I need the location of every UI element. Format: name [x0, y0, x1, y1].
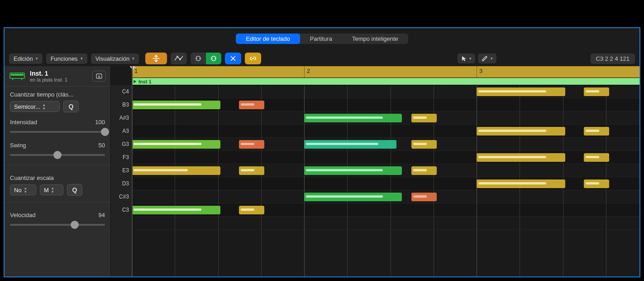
divider: [5, 165, 110, 165]
note-velocity-bar: [413, 195, 427, 198]
note-velocity-bar: [134, 169, 188, 171]
midi-note[interactable]: [239, 206, 264, 214]
midi-note[interactable]: [132, 140, 220, 149]
stepper-icon: ▴▾: [43, 103, 45, 110]
note-grid[interactable]: [132, 85, 639, 276]
quantize-time-select[interactable]: Semicor... ▴▾: [10, 101, 60, 112]
chevron-down-icon: ▾: [491, 56, 493, 61]
note-velocity-bar: [478, 90, 546, 92]
midi-note[interactable]: [132, 101, 220, 109]
intensity-section: Intensidad 100: [5, 114, 110, 137]
note-label: A3: [122, 125, 129, 138]
midi-io-group: [191, 53, 221, 64]
slider-thumb: [71, 221, 79, 229]
midi-note[interactable]: [239, 140, 264, 149]
midi-in-button[interactable]: [191, 53, 206, 64]
midi-note[interactable]: [239, 166, 264, 175]
velocity-slider[interactable]: [10, 221, 105, 228]
tab-keyboard-editor[interactable]: Editor de teclado: [236, 34, 300, 44]
midi-note[interactable]: [477, 87, 565, 96]
midi-note[interactable]: [239, 101, 264, 109]
bar-ruler[interactable]: 123: [132, 66, 639, 78]
menu-view-label: Visualización: [95, 55, 130, 62]
midi-note[interactable]: [584, 127, 609, 136]
midi-note[interactable]: [304, 166, 402, 175]
menu-view[interactable]: Visualización ▾: [91, 53, 139, 64]
midi-note[interactable]: [411, 140, 437, 149]
link-icon: [249, 56, 257, 61]
midi-out-button[interactable]: [206, 53, 221, 64]
midi-note[interactable]: [477, 127, 565, 136]
swing-label: Swing: [10, 142, 26, 149]
pencil-tool-icon: [482, 55, 488, 62]
swing-slider[interactable]: [10, 151, 105, 159]
grid-row: [132, 217, 639, 230]
inspector-sidebar: Inst. 1 en la pista Inst. 1 Cuantizar ti…: [5, 66, 111, 276]
scale-quantize-button[interactable]: Q: [67, 184, 82, 196]
midi-note[interactable]: [584, 179, 609, 188]
playhead[interactable]: [132, 66, 133, 276]
svg-point-6: [212, 58, 213, 59]
midi-note[interactable]: [584, 153, 609, 162]
automation-curve-icon: [174, 55, 183, 62]
velocity-section: Velocidad 94: [5, 207, 110, 230]
chevron-down-icon: ▾: [81, 56, 83, 61]
midi-note[interactable]: [477, 179, 565, 188]
tool-selectors: ▾ ▾: [458, 53, 496, 63]
midi-note[interactable]: [411, 166, 437, 175]
tab-smart-tempo[interactable]: Tempo inteligente: [342, 34, 408, 44]
svg-point-8: [233, 58, 234, 59]
playhead-marker-icon: [129, 66, 136, 70]
scale-quantize-label: Cuantizar escala: [10, 174, 105, 181]
note-velocity-bar: [586, 130, 599, 132]
midi-note[interactable]: [584, 87, 609, 96]
midi-out-icon: [210, 55, 218, 62]
menu-functions[interactable]: Funciones ▾: [46, 53, 87, 64]
quantize-button[interactable]: Q: [63, 101, 79, 112]
position-display[interactable]: C3 2 2 4 121: [591, 53, 635, 64]
region-name: Inst 1: [138, 79, 152, 84]
midi-note[interactable]: [477, 153, 565, 162]
midi-note[interactable]: [411, 193, 437, 201]
scale-key-select[interactable]: M ▴▾: [40, 184, 63, 195]
link-button[interactable]: [245, 53, 261, 64]
menu-edit[interactable]: Edición ▾: [9, 53, 43, 64]
region-strip[interactable]: Inst 1: [132, 78, 639, 85]
cmd-click-tool[interactable]: ▾: [478, 53, 496, 63]
note-velocity-bar: [413, 116, 427, 119]
intensity-label: Intensidad: [10, 119, 37, 126]
note-velocity-bar: [478, 182, 546, 184]
velocity-label: Velocidad: [10, 212, 35, 218]
midi-note[interactable]: [132, 166, 220, 175]
chevron-down-icon: ▾: [469, 56, 472, 61]
midi-note[interactable]: [132, 206, 220, 214]
collapse-automation-button[interactable]: [145, 53, 167, 64]
svg-point-1: [179, 58, 181, 60]
catch-button[interactable]: [92, 71, 106, 82]
note-label: A#3: [119, 111, 129, 125]
scale-quantize-section: Cuantizar escala No ▴▾ M ▴▾ Q: [5, 170, 110, 198]
midi-note[interactable]: [304, 193, 402, 201]
midi-note[interactable]: [304, 140, 396, 149]
tab-score[interactable]: Partitura: [300, 34, 342, 44]
track-name: Inst. 1: [30, 70, 67, 77]
scale-mode-select[interactable]: No ▴▾: [10, 184, 36, 195]
note-velocity-bar: [586, 156, 599, 158]
note-velocity-bar: [241, 103, 254, 106]
automation-button[interactable]: [171, 53, 187, 64]
note-velocity-bar: [241, 143, 254, 145]
track-subtitle: en la pista Inst. 1: [30, 77, 67, 82]
swing-value: 50: [99, 142, 105, 149]
intensity-slider[interactable]: [10, 128, 105, 136]
editor-view-pill-group: Editor de teclado Partitura Tempo inteli…: [236, 34, 408, 44]
note-velocity-bar: [241, 208, 254, 211]
note-label: F3: [123, 151, 129, 164]
bar-number: 3: [479, 68, 482, 74]
midi-note[interactable]: [411, 114, 437, 122]
bar-number: 2: [307, 68, 310, 74]
catch-positions-button[interactable]: [225, 53, 241, 64]
scale-mode-value: No: [14, 187, 22, 194]
midi-note[interactable]: [304, 114, 402, 122]
region-play-icon: [134, 80, 137, 83]
left-click-tool[interactable]: ▾: [458, 53, 475, 63]
